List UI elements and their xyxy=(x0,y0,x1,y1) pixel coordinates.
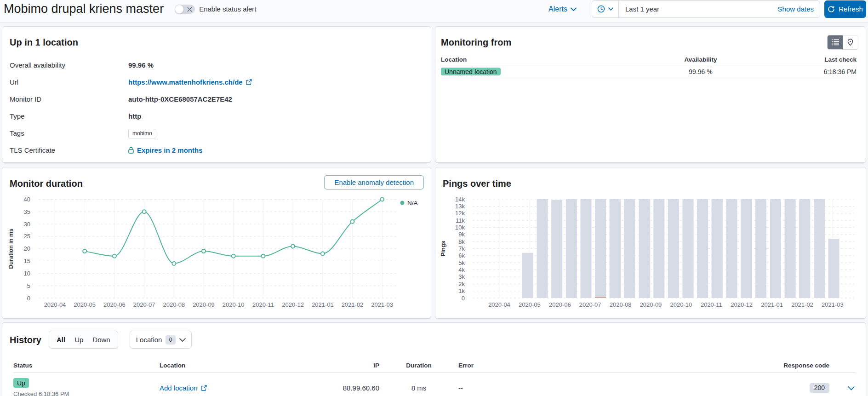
svg-text:2020-07: 2020-07 xyxy=(579,301,601,308)
expand-row-button[interactable] xyxy=(847,385,856,391)
location-filter-label: Location xyxy=(136,336,162,344)
alerts-dropdown[interactable]: Alerts xyxy=(548,5,577,13)
quick-select-button[interactable] xyxy=(592,1,619,17)
column-header-duration: Duration xyxy=(379,360,458,373)
list-icon xyxy=(832,39,839,46)
svg-text:4k: 4k xyxy=(458,266,465,273)
tls-certificate-link[interactable]: Expires in 2 months xyxy=(137,146,203,155)
svg-text:7k: 7k xyxy=(458,245,465,252)
external-link-icon xyxy=(201,385,207,391)
date-picker: Last 1 year Show dates xyxy=(592,0,820,18)
column-header-last-check: Last check xyxy=(753,55,857,65)
svg-text:10: 10 xyxy=(24,270,30,277)
svg-text:8k: 8k xyxy=(458,238,465,245)
svg-text:9k: 9k xyxy=(458,231,465,238)
location-badge: Unnamed-location xyxy=(441,68,501,75)
column-header-error: Error xyxy=(458,360,718,373)
panel-title: Up in 1 location xyxy=(10,37,423,48)
column-header-location: Location xyxy=(441,55,649,65)
panel-title: History xyxy=(10,334,49,345)
svg-text:2020-08: 2020-08 xyxy=(610,301,632,308)
monitor-id-label: Monitor ID xyxy=(10,95,128,103)
filter-all-button[interactable]: All xyxy=(52,336,70,344)
svg-text:2021-02: 2021-02 xyxy=(791,301,813,308)
response-code-badge: 200 xyxy=(810,383,829,393)
svg-text:5k: 5k xyxy=(458,259,465,266)
svg-text:2020-12: 2020-12 xyxy=(731,301,753,308)
column-header-status: Status xyxy=(13,360,160,373)
chevron-down-icon xyxy=(571,7,577,11)
refresh-label: Refresh xyxy=(839,5,863,13)
status-alert-toggle[interactable] xyxy=(175,5,195,14)
tag-badge: mobimo xyxy=(128,129,156,138)
clock-icon xyxy=(597,5,605,13)
column-header-response-code: Response code xyxy=(718,360,829,373)
pings-chart: 01k2k3k4k5k6k7k8k9k10k11k12k13k14k2020-0… xyxy=(438,191,865,310)
svg-text:2020-06: 2020-06 xyxy=(549,301,571,308)
page-header: Mobimo drupal kriens master Enable statu… xyxy=(0,0,868,23)
lock-icon xyxy=(128,147,134,154)
map-view-button[interactable] xyxy=(843,35,858,49)
svg-text:2020-05: 2020-05 xyxy=(519,301,541,308)
page-title: Mobimo drupal kriens master xyxy=(4,2,164,16)
svg-text:2020-05: 2020-05 xyxy=(74,301,96,308)
monitoring-panel: Monitoring from Location xyxy=(435,26,866,163)
svg-text:2020-04: 2020-04 xyxy=(44,301,66,308)
svg-text:2020-10: 2020-10 xyxy=(670,301,692,308)
filter-down-button[interactable]: Down xyxy=(88,336,114,344)
error-cell: -- xyxy=(458,373,718,396)
add-location-link[interactable]: Add location xyxy=(160,384,198,392)
svg-text:2020-07: 2020-07 xyxy=(133,301,155,308)
availability-value: 99.96 % xyxy=(128,61,154,69)
table-row: Up Checked 6:18:36 PM Add location 88.99… xyxy=(13,373,856,396)
external-link-icon xyxy=(246,79,252,85)
svg-text:1k: 1k xyxy=(458,287,465,294)
column-header-location: Location xyxy=(160,360,343,373)
svg-text:20: 20 xyxy=(24,245,30,252)
svg-text:2020-08: 2020-08 xyxy=(163,301,185,308)
svg-text:Pings: Pings xyxy=(440,241,446,256)
type-value: http xyxy=(128,112,141,121)
availability-label: Overall availability xyxy=(10,61,128,69)
chevron-down-icon xyxy=(608,7,613,11)
table-row: Unnamed-location 99.96 % 6:18:36 PM xyxy=(441,65,857,78)
svg-text:12k: 12k xyxy=(455,210,465,217)
svg-text:2021-03: 2021-03 xyxy=(822,301,844,308)
duration-panel: Monitor duration Enable anomaly detectio… xyxy=(2,167,431,319)
svg-text:2021-01: 2021-01 xyxy=(312,301,334,308)
svg-text:35: 35 xyxy=(24,208,30,215)
svg-text:2k: 2k xyxy=(458,281,465,287)
monitor-url-link[interactable]: https://www.mattenhofkriens.ch/de xyxy=(128,78,243,86)
list-view-button[interactable] xyxy=(828,35,843,49)
location-count-badge: 0 xyxy=(166,335,175,344)
svg-text:0: 0 xyxy=(462,295,465,302)
chevron-down-icon xyxy=(848,386,855,390)
svg-text:2020-09: 2020-09 xyxy=(640,301,662,308)
svg-text:2020-06: 2020-06 xyxy=(103,301,126,308)
status-badge: Up xyxy=(13,378,29,388)
map-pin-icon xyxy=(847,39,853,46)
availability-cell: 99.96 % xyxy=(649,65,753,78)
show-dates-button[interactable]: Show dates xyxy=(778,5,820,13)
checked-timestamp: Checked 6:18:36 PM xyxy=(13,390,160,396)
toggle-knob xyxy=(175,5,184,14)
date-range-value[interactable]: Last 1 year xyxy=(619,5,778,13)
duration-chart: 05101520253035402020-042020-052020-06202… xyxy=(4,191,423,310)
last-check-cell: 6:18:36 PM xyxy=(753,65,857,78)
anomaly-detection-button[interactable]: Enable anomaly detection xyxy=(324,175,424,189)
svg-text:25: 25 xyxy=(24,233,30,240)
svg-text:0: 0 xyxy=(27,295,30,302)
svg-text:2020-11: 2020-11 xyxy=(252,301,274,308)
svg-text:13k: 13k xyxy=(455,203,465,210)
svg-text:Duration in ms: Duration in ms xyxy=(8,229,14,269)
monitoring-table: Location Availability Last check Unnamed… xyxy=(441,55,857,78)
status-panel: Up in 1 location Overall availability 99… xyxy=(2,26,431,163)
history-panel: History All Up Down Location 0 xyxy=(2,322,866,396)
tls-label: TLS Certificate xyxy=(10,146,128,155)
location-filter-button[interactable]: Location 0 xyxy=(130,331,192,349)
filter-up-button[interactable]: Up xyxy=(70,336,88,344)
refresh-button[interactable]: Refresh xyxy=(824,0,866,18)
svg-text:6k: 6k xyxy=(458,252,465,259)
monitor-id-value: auto-http-0XCE68057AC2E7E42 xyxy=(128,95,232,103)
column-header-availability: Availability xyxy=(649,55,753,65)
